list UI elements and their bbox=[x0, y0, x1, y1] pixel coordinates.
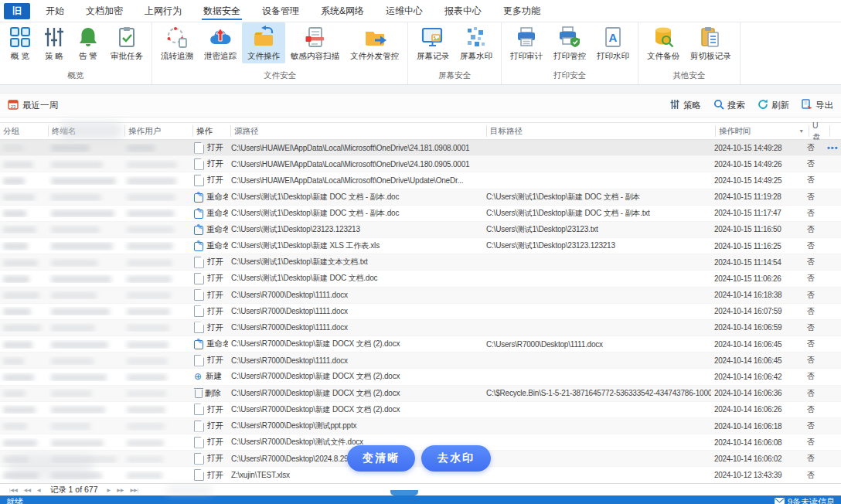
table-row[interactable]: 打开 C:\Users\测试1\Desktop\新建 DOC 文档.doc 20… bbox=[0, 271, 841, 287]
table-row[interactable]: 打开 C:\Users\R7000\Desktop\测试文件.docx 2024… bbox=[0, 434, 841, 451]
cell-source-path: C:\Users\R7000\Desktop\1111.docx bbox=[228, 291, 483, 299]
row-more-actions-icon[interactable]: ••• bbox=[824, 143, 841, 152]
ribbon-item-screen-record[interactable]: 屏幕记录 bbox=[411, 22, 455, 63]
ribbon-item-approval-tasks[interactable]: 审批任务 bbox=[105, 22, 148, 63]
menu-item-data-security[interactable]: 数据安全 bbox=[192, 1, 251, 22]
blurred-group-value bbox=[3, 162, 33, 169]
cell-operation: 打开 bbox=[191, 289, 228, 301]
menu-item-ops-center[interactable]: 运维中心 bbox=[375, 1, 434, 22]
blurred-group-value bbox=[3, 358, 24, 365]
ribbon-group-file-security: 流转追溯 泄密追踪 文件操作 敏感内容扫描 文件外发管控 bbox=[152, 22, 408, 84]
remove-watermark-button[interactable]: 去水印 bbox=[421, 445, 491, 472]
table-row[interactable]: 打开 C:\Users\R7000\Desktop\1111.docx 2024… bbox=[0, 288, 841, 304]
app-menu-button[interactable]: 旧 bbox=[4, 3, 30, 19]
table-row[interactable]: 打开 C:\Users\测试1\Desktop\新建文本文档.txt 2024-… bbox=[0, 254, 841, 271]
ribbon-item-screen-watermark[interactable]: 屏幕水印 bbox=[455, 22, 498, 63]
ribbon-item-circulation-trace[interactable]: 流转追溯 bbox=[155, 22, 199, 63]
table-row[interactable]: 打开 C:\Users\R7000\Desktop\1111.docx 2024… bbox=[0, 320, 841, 336]
refresh-button[interactable]: 刷新 bbox=[758, 99, 789, 111]
ribbon-item-file-operation[interactable]: 文件操作 bbox=[242, 22, 285, 63]
blurred-user-value bbox=[127, 456, 163, 463]
table-row[interactable]: 重命名 C:\Users\测试1\Desktop\新建 DOC 文档 - 副本.… bbox=[0, 206, 841, 222]
cell-operation: 重命名 bbox=[191, 192, 228, 203]
cell-usb: 否 bbox=[804, 453, 824, 464]
cell-operation-time: 2024-10-14 16:06:02 bbox=[711, 455, 804, 463]
ribbon-item-file-outgoing-control[interactable]: 文件外发管控 bbox=[345, 22, 404, 63]
column-header-usb[interactable]: U盘 bbox=[809, 125, 830, 137]
search-button[interactable]: 搜索 bbox=[713, 99, 745, 111]
column-header-operation[interactable]: 操作 bbox=[193, 125, 231, 137]
cell-terminal bbox=[48, 471, 124, 479]
column-header-time[interactable]: 操作时间▼ bbox=[716, 125, 809, 137]
blurred-user-value bbox=[127, 292, 171, 299]
ribbon-item-print-watermark[interactable]: A 打印水印 bbox=[591, 22, 635, 63]
alert-bell-icon bbox=[77, 26, 100, 49]
next-group-button[interactable]: ▶▶ bbox=[114, 487, 127, 492]
cell-user bbox=[124, 438, 191, 447]
table-row[interactable]: 打开 C:\Users\R7000\Desktop\新建 DOCX 文档 (2)… bbox=[0, 402, 841, 418]
next-page-button[interactable]: ▶ bbox=[104, 487, 114, 492]
enhance-clarity-button[interactable]: 变清晰 bbox=[347, 445, 415, 472]
menu-item-more-features[interactable]: 更多功能 bbox=[492, 1, 551, 22]
menu-item-device-management[interactable]: 设备管理 bbox=[251, 1, 310, 22]
table-row[interactable]: 重命名 C:\Users\R7000\Desktop\新建 DOCX 文档 (2… bbox=[0, 336, 841, 352]
policy-button[interactable]: 策略 bbox=[669, 99, 701, 111]
menu-item-system-network[interactable]: 系统&网络 bbox=[310, 1, 375, 22]
table-row[interactable]: 打开 C:\Users\R7000\Desktop\2024.8.29.docx… bbox=[0, 451, 841, 467]
ribbon-item-sensitive-content-scan[interactable]: 敏感内容扫描 bbox=[285, 22, 345, 63]
table-row[interactable]: 打开 C:\Users\R7000\Desktop\1111.docx 2024… bbox=[0, 352, 841, 369]
table-row[interactable]: 重命名 C:\Users\测试1\Desktop\新建 XLS 工作表.xls … bbox=[0, 238, 841, 254]
column-header-terminal[interactable]: 终端名 bbox=[49, 125, 125, 137]
ribbon-item-overview[interactable]: 概 览 bbox=[3, 22, 37, 63]
ribbon-item-file-backup[interactable]: 文件备份 bbox=[642, 22, 685, 63]
first-page-button[interactable]: |◀◀ bbox=[6, 487, 21, 492]
cell-source-path: C:\Users\测试1\Desktop\23123.123213 bbox=[228, 224, 483, 235]
ribbon-item-print-control[interactable]: 打印管控 bbox=[548, 22, 591, 63]
export-button[interactable]: 导出 bbox=[802, 99, 833, 111]
prev-page-button[interactable]: ◀ bbox=[34, 487, 44, 492]
table-row[interactable]: 打开 C:\Users\R7000\Desktop\1111.docx 2024… bbox=[0, 304, 841, 320]
unread-messages[interactable]: 9条未读信息 bbox=[775, 496, 835, 504]
cell-user bbox=[124, 389, 191, 397]
column-header-target-path[interactable]: 目标路径 bbox=[487, 125, 716, 137]
table-row[interactable]: 打开 C:\Users\R7000\Desktop\测试ppt.pptx 202… bbox=[0, 418, 841, 434]
blurred-terminal-value bbox=[51, 292, 97, 299]
column-header-user[interactable]: 操作用户 bbox=[125, 125, 193, 137]
menu-item-start[interactable]: 开始 bbox=[35, 1, 75, 22]
cell-source-path: C:\Users\测试1\Desktop\新建文本文档.txt bbox=[228, 257, 483, 267]
table-row[interactable]: 打开 C:\Users\HUAWEI\AppData\Local\Microso… bbox=[0, 140, 841, 156]
menu-item-internet-behavior[interactable]: 上网行为 bbox=[134, 1, 192, 22]
cell-operation: 删除 bbox=[191, 388, 228, 399]
ribbon-item-leak-trace[interactable]: 泄密追踪 bbox=[199, 22, 242, 63]
table-row[interactable]: 打开 C:\Users\HUAWEI\AppData\Local\Microso… bbox=[0, 172, 841, 189]
date-range-filter[interactable]: 23 最近一周 bbox=[8, 99, 58, 111]
table-row[interactable]: 打开 Z:\xujin\TEST.xlsx 2024-10-12 13:43:3… bbox=[0, 467, 841, 483]
table-row[interactable]: 重命名 C:\Users\测试1\Desktop\新建 DOC 文档 - 副本.… bbox=[0, 189, 841, 206]
ribbon-item-policy[interactable]: 策 略 bbox=[37, 22, 71, 63]
table-row[interactable]: 新建 C:\Users\R7000\Desktop\新建 DOCX 文档 (2)… bbox=[0, 369, 841, 385]
prev-group-button[interactable]: ◀◀ bbox=[21, 487, 34, 492]
cell-operation-time: 2024-10-14 16:06:18 bbox=[711, 422, 804, 431]
filter-dropdown-icon[interactable]: ▼ bbox=[798, 125, 805, 137]
cell-operation: 重命名 bbox=[191, 208, 228, 219]
cell-source-path: C:\Users\R7000\Desktop\测试ppt.pptx bbox=[228, 421, 483, 431]
last-page-button[interactable]: ▶▶| bbox=[127, 487, 141, 492]
table-row[interactable]: 打开 C:\Users\HUAWEI\AppData\Local\Microso… bbox=[0, 156, 841, 172]
column-header-group[interactable]: 分组 bbox=[0, 125, 49, 137]
cell-source-path: C:\Users\HUAWEI\AppData\Local\Microsoft\… bbox=[228, 176, 483, 185]
ribbon-item-alert[interactable]: 告 警 bbox=[71, 22, 105, 63]
blurred-group-value bbox=[3, 456, 29, 463]
table-row[interactable]: 删除 C:\Users\R7000\Desktop\新建 DOCX 文档 (2)… bbox=[0, 386, 841, 402]
cell-terminal bbox=[48, 307, 124, 315]
ribbon-item-print-audit[interactable]: 打印审计 bbox=[505, 22, 548, 63]
panel-drag-handle[interactable] bbox=[390, 490, 418, 495]
menu-item-doc-encryption[interactable]: 文档加密 bbox=[75, 1, 134, 22]
ribbon-item-clipboard-record[interactable]: 剪切板记录 bbox=[685, 22, 737, 63]
ribbon-group-overview: 概 览 策 略 告 警 审批任务 概览 bbox=[0, 22, 152, 84]
column-header-source-path[interactable]: 源路径 bbox=[231, 125, 487, 137]
table-row[interactable]: 重命名 C:\Users\测试1\Desktop\23123.123213 C:… bbox=[0, 222, 841, 238]
menu-item-report-center[interactable]: 报表中心 bbox=[434, 1, 492, 22]
cell-operation-time: 2024-10-14 16:06:08 bbox=[711, 438, 804, 447]
cell-operation: 重命名 bbox=[191, 240, 228, 251]
cell-source-path: C:\Users\R7000\Desktop\1111.docx bbox=[228, 356, 483, 365]
